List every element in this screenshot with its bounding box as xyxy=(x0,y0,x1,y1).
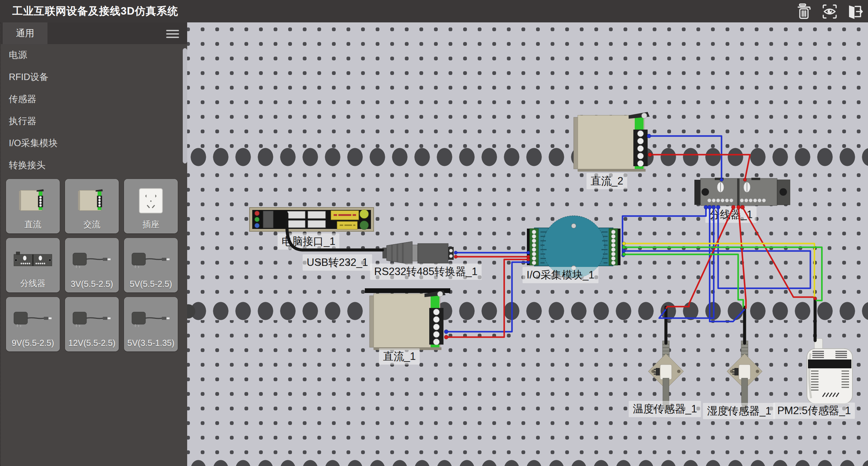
palette-card-3v[interactable]: 3V(5.5-2.5) xyxy=(65,238,119,292)
palette-card-splitter[interactable]: 分线器 xyxy=(6,238,60,292)
label-pm25: PM2.5传感器_1 xyxy=(773,403,855,419)
label-usb232: USB转232_1 xyxy=(303,254,372,271)
sidebar: 通用 电源 RFID设备 传感器 执行器 I/O采集模块 转换接头 xyxy=(0,22,187,466)
palette-card-5v-small[interactable]: 5V(3.5-1.35) xyxy=(124,297,178,351)
menu-item-sensor[interactable]: 传感器 xyxy=(1,88,187,110)
label-dc1: 直流_1 xyxy=(379,348,420,365)
ac-power-supply-icon xyxy=(65,183,119,218)
label-dc2: 直流_2 xyxy=(587,173,627,189)
palette-card-12v[interactable]: 12V(5.5-2.5) xyxy=(65,297,119,351)
power-adapter-icon xyxy=(65,301,119,336)
palette-card-dc[interactable]: 直流 xyxy=(6,179,60,233)
pegboard-hole-band xyxy=(187,148,868,166)
label-humi: 湿度传感器_1 xyxy=(703,403,775,419)
title-bar: 工业互联网设备及接线3D仿真系统 xyxy=(0,0,868,22)
dc-power-supply-icon xyxy=(6,183,60,218)
device-palette: 直流 交流 xyxy=(6,179,178,351)
label-pc: 电脑接口_1 xyxy=(278,233,339,250)
trash-icon[interactable] xyxy=(796,3,813,20)
app-title: 工业互联网设备及接线3D仿真系统 xyxy=(12,0,178,22)
menu-item-adapter[interactable]: 转换接头 xyxy=(1,154,187,176)
menu-item-actuator[interactable]: 执行器 xyxy=(1,110,187,132)
palette-card-ac[interactable]: 交流 xyxy=(65,179,119,233)
power-adapter-icon xyxy=(124,242,178,277)
wall-socket-icon xyxy=(124,183,178,218)
menu-item-power[interactable]: 电源 xyxy=(1,44,187,66)
label-rs485: RS232转485转换器_1 xyxy=(370,264,482,280)
sidebar-header: 通用 xyxy=(1,22,187,44)
menu-item-io-module[interactable]: I/O采集模块 xyxy=(1,132,187,154)
label-temp: 温度传感器_1 xyxy=(629,401,701,417)
tab-general[interactable]: 通用 xyxy=(3,22,47,44)
power-adapter-icon xyxy=(124,301,178,336)
menu-icon[interactable] xyxy=(166,28,179,39)
splitter-icon xyxy=(6,242,60,277)
palette-card-5v[interactable]: 5V(5.5-2.5) xyxy=(124,238,178,292)
power-adapter-icon xyxy=(6,301,60,336)
label-io: I/O采集模块_1 xyxy=(522,267,598,283)
pegboard-hole-band xyxy=(187,459,868,466)
power-adapter-icon xyxy=(65,242,119,277)
category-menu: 电源 RFID设备 传感器 执行器 I/O采集模块 转换接头 xyxy=(1,44,187,176)
sidebar-scrollbar[interactable] xyxy=(183,48,187,163)
exit-icon[interactable] xyxy=(846,3,863,20)
preview-eye-icon[interactable] xyxy=(821,3,838,20)
menu-item-rfid[interactable]: RFID设备 xyxy=(1,66,187,88)
pegboard-hole-band xyxy=(187,302,868,320)
titlebar-actions xyxy=(796,3,863,20)
palette-card-socket[interactable]: 插座 xyxy=(124,179,178,233)
palette-card-9v[interactable]: 9V(5.5-2.5) xyxy=(6,297,60,351)
label-splitter: 分线器_1 xyxy=(705,207,756,223)
